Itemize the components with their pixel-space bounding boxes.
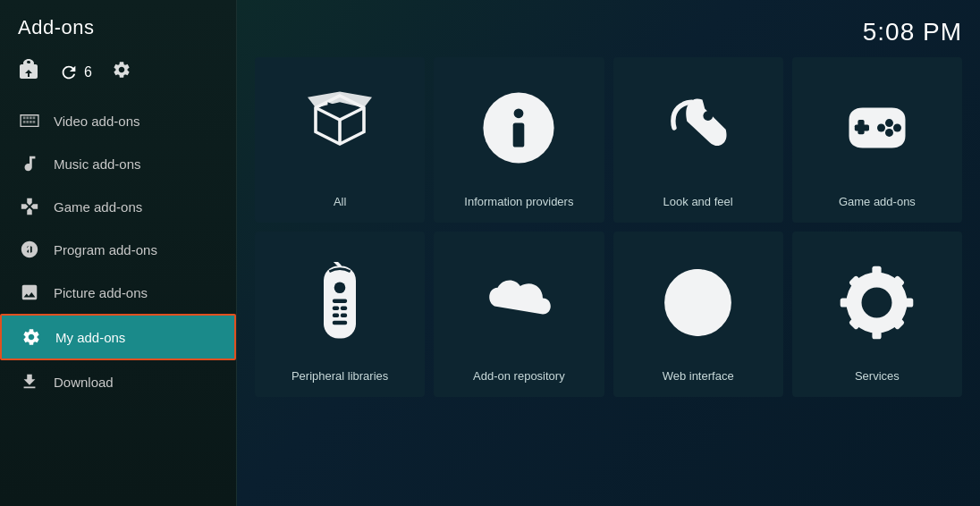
install-from-zip-icon[interactable] [18,59,39,85]
tile-services[interactable]: Services [792,232,962,397]
my-addons-icon [20,325,43,349]
sidebar-item-my-addons[interactable]: My add-ons [0,314,236,360]
refresh-badge: 6 [84,64,92,80]
svg-line-12 [328,262,341,266]
svg-rect-17 [341,307,347,311]
tile-all[interactable]: All [255,57,425,223]
sidebar-toolbar: 6 [0,52,236,99]
tile-info-label: Information providers [464,195,573,210]
svg-point-7 [885,119,893,127]
tile-game-addons[interactable]: Game add-ons [792,57,962,223]
svg-rect-19 [341,314,347,318]
svg-rect-26 [873,328,882,339]
sidebar-label-video: Video add-ons [54,114,139,129]
gamepad-nav-icon [18,195,41,218]
main-content: 5:08 PM All [237,0,980,506]
sidebar-label-picture: Picture add-ons [54,285,148,300]
sidebar-item-program[interactable]: Program add-ons [0,228,236,271]
refresh-icon-group[interactable]: 6 [59,63,92,82]
tile-repo-label: Add-on repository [473,369,565,384]
svg-rect-18 [333,314,339,318]
info-icon [441,68,596,188]
top-bar: 5:08 PM [255,18,962,46]
services-icon [799,242,955,362]
svg-point-2 [514,108,524,118]
sidebar-item-picture[interactable]: Picture add-ons [0,271,236,314]
gamepad-icon [799,68,955,188]
globe-icon [621,242,776,362]
sidebar-item-music[interactable]: Music add-ons [0,142,236,185]
sidebar-item-video[interactable]: Video add-ons [0,99,236,142]
sidebar-label-game: Game add-ons [54,199,142,215]
sidebar-label-download: Download [54,375,114,390]
sidebar-label-my-addons: My add-ons [55,330,125,345]
tile-addon-repo[interactable]: Add-on repository [434,232,604,397]
video-icon [18,109,41,132]
sidebar-item-game[interactable]: Game add-ons [0,185,236,228]
svg-rect-3 [513,123,525,148]
svg-point-9 [885,129,893,137]
music-icon [18,152,41,175]
svg-point-14 [334,283,346,294]
all-icon [262,68,418,188]
svg-rect-16 [333,307,339,311]
nav-menu: Video add-ons Music add-ons Game add-ons [0,99,236,506]
sidebar-label-music: Music add-ons [54,156,141,172]
page-title: Add-ons [0,9,236,52]
sidebar-item-download[interactable]: Download [0,360,236,403]
tile-game-label: Game add-ons [839,195,916,210]
remote-icon [262,242,418,362]
tile-info-providers[interactable]: Information providers [434,57,604,223]
cloud-icon [441,242,596,362]
time-display: 5:08 PM [863,18,962,46]
addon-grid: All Information providers [255,57,962,397]
sidebar: Add-ons 6 [0,0,237,506]
tile-all-label: All [334,195,346,210]
tile-web-label: Web interface [663,369,734,384]
tile-look-feel[interactable]: Look and feel [613,57,783,223]
look-feel-icon [621,68,776,188]
svg-rect-25 [873,266,882,276]
svg-point-4 [703,111,713,121]
tile-peripheral-label: Peripheral libraries [291,369,388,384]
picture-icon [18,281,41,304]
settings-icon[interactable] [112,60,131,84]
tile-web-interface[interactable]: Web interface [613,232,783,397]
svg-point-8 [893,124,901,132]
tile-services-label: Services [855,369,900,384]
svg-rect-15 [333,299,347,303]
svg-rect-27 [841,298,851,307]
svg-rect-20 [333,321,347,325]
sidebar-label-program: Program add-ons [54,242,157,257]
svg-rect-6 [858,120,864,134]
svg-rect-28 [903,298,914,307]
program-icon [18,238,41,261]
tile-peripheral[interactable]: Peripheral libraries [255,232,425,397]
tile-look-label: Look and feel [663,195,733,210]
svg-point-10 [877,124,885,132]
download-icon [18,370,41,393]
